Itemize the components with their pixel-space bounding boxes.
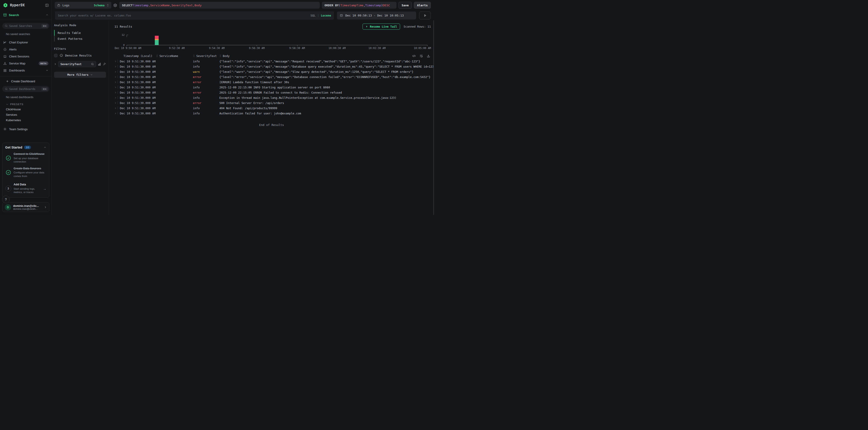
row-divider: [118, 86, 118, 89]
column-header-severitytext[interactable]: SeverityText: [193, 54, 219, 58]
download-icon[interactable]: [427, 54, 430, 58]
table-row[interactable]: Dec 10 9:51:30.000 AM warn {"level":"war…: [109, 69, 434, 74]
expand-row-icon[interactable]: [115, 60, 118, 62]
table-row[interactable]: Dec 10 9:51:30.000 AM info {"level":"inf…: [109, 64, 434, 69]
table-row[interactable]: Dec 10 9:51:30.000 AM error 500 Internal…: [109, 100, 434, 106]
row-severity: info: [193, 86, 219, 89]
scrollbar[interactable]: [433, 20, 434, 215]
saved-searches-input[interactable]: ⌘K: [2, 23, 49, 29]
dashboards-grid-icon: [3, 69, 7, 72]
column-header-timestamp[interactable]: Timestamp (Local): [120, 54, 156, 58]
column-header-servicename[interactable]: ServiceName: [156, 54, 193, 58]
help-button[interactable]: ?: [2, 196, 10, 203]
chevron-right-icon: [44, 206, 47, 209]
collapse-sidebar-icon[interactable]: [45, 3, 49, 7]
table-row[interactable]: Dec 10 9:51:30.000 AM info 404 Not Found…: [109, 106, 434, 111]
row-divider: [118, 80, 118, 84]
sidebar-item-team-settings[interactable]: Team Settings: [0, 122, 52, 131]
column-header-body[interactable]: Body: [219, 54, 409, 58]
expand-row-icon[interactable]: [115, 86, 118, 89]
sidebar: HyperDX Search ⌘K No saved searches Char…: [0, 0, 52, 215]
more-filters-button[interactable]: More filters: [54, 72, 106, 78]
mode-event-patterns[interactable]: Event Patterns: [55, 36, 106, 42]
mode-results-table[interactable]: Results Table: [55, 30, 106, 36]
create-dashboard-button[interactable]: Create Dashboard: [0, 76, 52, 83]
expand-row-icon[interactable]: [115, 92, 118, 94]
order-by-input[interactable]: ORDER BY (TimestampTime, Timestamp) DESC: [322, 2, 397, 9]
presets-toggle[interactable]: PRESETS: [0, 100, 52, 106]
bar-chart-icon[interactable]: [98, 62, 101, 66]
code-view-icon[interactable]: [412, 54, 416, 58]
sidebar-item-alerts[interactable]: Alerts: [0, 46, 52, 53]
sidebar-item-dashboards[interactable]: Dashboards: [0, 67, 52, 74]
wrap-text-icon[interactable]: [419, 54, 423, 58]
alerts-button[interactable]: Alerts: [414, 2, 431, 9]
table-row[interactable]: Dec 10 9:51:30.000 AM error [ERROR] Lamb…: [109, 79, 434, 85]
expand-row-icon[interactable]: [115, 112, 118, 114]
table-row[interactable]: Dec 10 9:51:30.000 AM info Authenticatio…: [109, 111, 434, 116]
get-started-step-add-data[interactable]: 3 Add Data Start sending logs, metrics, …: [5, 183, 46, 194]
table-row[interactable]: Dec 10 9:51:30.000 AM error 2025-12-09 2…: [109, 90, 434, 95]
chevron-up-icon[interactable]: [46, 13, 49, 16]
saved-dashboards-input[interactable]: ⌘K: [2, 86, 49, 92]
sidebar-item-label: Alerts: [9, 48, 49, 51]
expand-row-icon[interactable]: [115, 76, 118, 78]
saved-dashboards-field[interactable]: [9, 88, 40, 91]
denoise-row: Denoise Results: [54, 54, 106, 57]
sidebar-item-client-sessions[interactable]: Client Sessions: [0, 53, 52, 60]
table-row[interactable]: Dec 10 9:51:30.000 AM info 2025-12-09 22…: [109, 85, 434, 90]
chevron-right-icon[interactable]: [54, 63, 57, 65]
row-divider: [118, 101, 118, 104]
expand-row-icon[interactable]: [115, 71, 118, 73]
expand-row-icon[interactable]: [115, 102, 118, 104]
run-query-button[interactable]: [419, 11, 431, 20]
row-severity: info: [193, 60, 219, 63]
drag-handle-icon[interactable]: [219, 55, 221, 57]
x-axis-tick: [127, 45, 127, 46]
row-timestamp: Dec 10 9:51:30.000 AM: [120, 60, 156, 63]
chevron-up-icon[interactable]: [46, 69, 49, 72]
preset-dashboard-item[interactable]: Kubernetes: [0, 117, 52, 122]
chevron-up-icon[interactable]: [44, 146, 46, 149]
x-axis-label: 9:58:30 AM: [289, 46, 305, 50]
time-range-picker[interactable]: Dec 10 09:50:13 - Dec 10 10:05:13: [337, 11, 416, 20]
table-row[interactable]: Dec 10 9:51:30.000 AM info {"level":"inf…: [109, 59, 434, 64]
table-row[interactable]: Dec 10 9:51:30.000 AM error {"level":"er…: [109, 74, 434, 79]
denoise-label[interactable]: Denoise Results: [65, 54, 92, 57]
select-columns-input[interactable]: SELECT Timestamp,ServiceName,SeverityTex…: [119, 2, 320, 9]
expand-row-icon[interactable]: [115, 107, 118, 109]
severity-filter-field[interactable]: SeverityText: [58, 61, 96, 67]
source-selector[interactable]: Logs Schema: [55, 2, 111, 9]
get-started-header[interactable]: Get Started 2/3: [5, 145, 46, 149]
drag-handle-icon[interactable]: [156, 55, 158, 57]
expand-row-icon[interactable]: [115, 81, 118, 83]
event-search-input[interactable]: SQL | Lucene: [55, 11, 334, 20]
saved-searches-field[interactable]: [9, 25, 40, 28]
sql-toggle[interactable]: SQL: [311, 14, 316, 17]
row-body: {"level":"error","service":"api","messag…: [219, 75, 434, 79]
user-menu[interactable]: D dominic.tran@clic... dominic.tran@clic…: [2, 202, 49, 212]
event-search-field[interactable]: [58, 14, 308, 17]
get-started-step-sources[interactable]: Create Data Sources Configure where your…: [5, 167, 46, 178]
expand-row-icon[interactable]: [115, 97, 118, 99]
resume-live-tail-button[interactable]: Resume Live Tail: [363, 24, 400, 30]
pin-icon[interactable]: [103, 62, 106, 66]
source-settings-gear-icon[interactable]: [113, 3, 117, 7]
save-button[interactable]: Save: [399, 2, 412, 9]
lucene-toggle[interactable]: Lucene: [321, 14, 331, 17]
expand-row-icon[interactable]: [115, 66, 118, 68]
preset-dashboard-item[interactable]: ClickHouse: [0, 106, 52, 111]
denoise-checkbox[interactable]: [54, 54, 57, 57]
get-started-step-connect[interactable]: Connect to ClickHouse Set up your databa…: [5, 153, 46, 164]
results-header: 11 Results Resume Live Tail Scanned Rows…: [109, 23, 434, 30]
drag-handle-icon[interactable]: [193, 55, 195, 57]
search-icon[interactable]: [91, 63, 94, 66]
preset-dashboard-item[interactable]: Services: [0, 111, 52, 117]
arrow-right-icon: →: [43, 187, 46, 191]
sidebar-item-chart-explorer[interactable]: Chart Explorer: [0, 39, 52, 46]
table-row[interactable]: Dec 10 9:51:30.000 AM info Exception in …: [109, 95, 434, 100]
sidebar-item-search[interactable]: Search: [0, 10, 52, 20]
sidebar-item-service-map[interactable]: Service Map BETA: [0, 60, 52, 67]
row-timestamp: Dec 10 9:51:30.000 AM: [120, 96, 156, 99]
table-header-row: Timestamp (Local) ServiceName SeverityTe…: [109, 53, 434, 59]
